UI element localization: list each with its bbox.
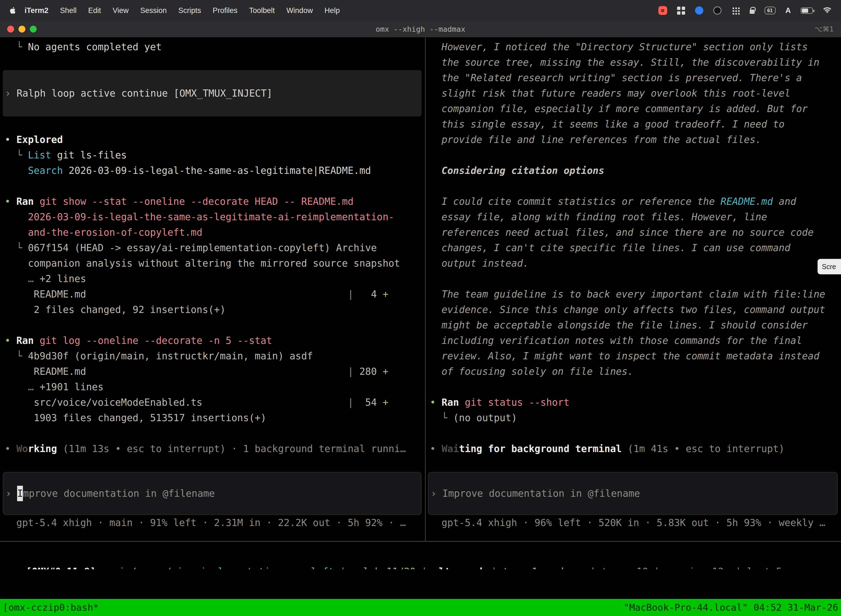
menu-item-edit[interactable]: Edit bbox=[82, 6, 107, 15]
text-segment: README.md bbox=[5, 366, 86, 377]
text-segment: 4 bbox=[353, 289, 382, 300]
text-segment: List bbox=[28, 150, 51, 161]
blank-line bbox=[5, 55, 425, 70]
dots-grid-icon[interactable] bbox=[731, 6, 740, 15]
text-segment: including verification notes with those … bbox=[430, 335, 802, 346]
text-segment: companion file, especially if more comme… bbox=[430, 103, 808, 114]
text-segment: • bbox=[5, 196, 16, 207]
text-segment: Wo bbox=[16, 443, 28, 454]
terminal-line: … +2 lines bbox=[5, 271, 425, 286]
menu-item-session[interactable]: Session bbox=[134, 6, 173, 15]
terminal-line: references need actual files, and since … bbox=[430, 224, 841, 240]
text-segment: Wai bbox=[441, 443, 459, 454]
blank-line bbox=[5, 116, 425, 132]
text-segment: of focusing solely on file lines. bbox=[430, 366, 633, 377]
traffic-lights bbox=[0, 26, 37, 32]
text-segment bbox=[5, 227, 28, 238]
terminal-line: Search 2026-03-09-is-legal-the-same-as-l… bbox=[5, 163, 425, 178]
ran-git-status: • Ran git status --short bbox=[430, 395, 841, 410]
text-segment: However, I noticed the "Directory Struct… bbox=[430, 41, 808, 53]
text-segment: The team guideline is to back every impo… bbox=[430, 289, 825, 300]
terminal-line: └ List git ls-files bbox=[5, 147, 425, 163]
text-segment: › bbox=[6, 486, 17, 501]
menu-item-profiles[interactable]: Profiles bbox=[207, 6, 243, 15]
prompt-input[interactable]: › Improve documentation in @filename bbox=[3, 472, 422, 515]
text-segment: | bbox=[730, 566, 747, 569]
terminal-line: 1903 files changed, 513517 insertions(+) bbox=[5, 410, 425, 425]
text-segment: | bbox=[348, 366, 353, 377]
text-segment bbox=[86, 366, 348, 377]
text-segment: git log --oneline --decorate -n 5 --stat bbox=[40, 335, 272, 346]
terminal-line: README.md | 280 + bbox=[5, 364, 425, 379]
text-segment: mprove documentation in @filename bbox=[23, 486, 215, 501]
text-segment: (1m 41s • esc to interrupt) bbox=[622, 443, 784, 454]
text-segment: review. Also, I might want to inspect th… bbox=[430, 351, 819, 362]
window-title-bar[interactable]: omx --xhigh --madmax ⌥⌘1 bbox=[0, 21, 841, 38]
omx-status-bar: [OMX#0.11.9] cczip/essay/ai-reimplementa… bbox=[0, 542, 841, 569]
menu-item-view[interactable]: View bbox=[107, 6, 134, 15]
thinking-heading: Considering citation options bbox=[430, 163, 841, 178]
text-segment: +1901 lines bbox=[40, 381, 104, 392]
text-segment: 1903 files changed, 513517 insertions(+) bbox=[5, 412, 266, 423]
menu-items: iTerm2ShellEditViewSessionScriptsProfile… bbox=[19, 6, 346, 15]
screen-recording-indicator-icon[interactable] bbox=[658, 6, 667, 15]
terminal-line: might be acceptable alongside the file l… bbox=[430, 317, 841, 333]
text-segment: | bbox=[485, 566, 503, 569]
lock-icon[interactable] bbox=[750, 10, 755, 14]
menu-item-help[interactable]: Help bbox=[319, 6, 346, 15]
menubar-status-icons: 61 A bbox=[658, 6, 835, 15]
ran-git-show: • Ran git show --stat --oneline --decora… bbox=[5, 194, 425, 209]
text-segment bbox=[202, 397, 348, 408]
text-segment: might be acceptable alongside the file l… bbox=[430, 320, 808, 331]
text-segment: └ bbox=[5, 351, 28, 362]
text-segment: gpt-5.4 xhigh · 96% left · 520K in · 5.8… bbox=[430, 517, 825, 528]
apple-menu-icon[interactable] bbox=[9, 7, 16, 14]
text-segment: | bbox=[648, 566, 665, 569]
menu-item-shell[interactable]: Shell bbox=[54, 6, 82, 15]
menu-item-window[interactable]: Window bbox=[281, 6, 319, 15]
text-segment: session:12m bbox=[665, 566, 730, 569]
wifi-icon[interactable] bbox=[823, 7, 832, 14]
terminal-line: evidence. Since this change only affects… bbox=[430, 302, 841, 317]
text-segment: Ran bbox=[441, 397, 459, 408]
minimize-button[interactable] bbox=[19, 26, 25, 32]
battery-icon[interactable] bbox=[801, 7, 813, 14]
blank-line bbox=[5, 456, 425, 472]
blue-app-icon[interactable] bbox=[695, 6, 703, 15]
terminal-line: I could cite commit statistics or refere… bbox=[430, 194, 841, 209]
text-segment: 54 bbox=[353, 397, 382, 408]
text-segment: └ bbox=[5, 41, 28, 53]
disc-app-icon[interactable] bbox=[713, 6, 722, 15]
text-segment: + bbox=[383, 366, 388, 377]
text-segment: changes, I can't cite specific file line… bbox=[430, 242, 790, 253]
text-segment: + bbox=[383, 397, 388, 408]
text-segment: • bbox=[5, 443, 16, 454]
text-segment: evidence. Since this change only affects… bbox=[430, 304, 825, 315]
prompt-input[interactable]: › Improve documentation in @filename bbox=[428, 472, 838, 515]
input-source-icon[interactable]: A bbox=[785, 6, 791, 15]
text-segment: … bbox=[5, 273, 40, 284]
text-segment: team:1 workers bbox=[503, 566, 584, 569]
zoom-button[interactable] bbox=[30, 26, 37, 32]
text-segment: turns:10 bbox=[602, 566, 648, 569]
terminal-line: companion file, especially if more comme… bbox=[430, 101, 841, 116]
terminal-line: and-the-erosion-of-copyleft.md bbox=[5, 224, 425, 240]
text-segment: › bbox=[431, 486, 442, 501]
screen-share-popover[interactable]: Scre bbox=[818, 259, 841, 274]
close-button[interactable] bbox=[7, 26, 14, 32]
text-segment: 280 bbox=[353, 366, 382, 377]
text-segment: Improve documentation in @filename bbox=[442, 486, 640, 501]
text-segment: ultrawork bbox=[433, 566, 485, 569]
menu-item-toolbelt[interactable]: Toolbelt bbox=[243, 6, 281, 15]
terminal-line: companion analysis without altering the … bbox=[5, 255, 425, 271]
blank-line bbox=[430, 147, 841, 163]
menu-item-scripts[interactable]: Scripts bbox=[173, 6, 207, 15]
text-segment: companion analysis without altering the … bbox=[5, 258, 400, 269]
text-segment bbox=[86, 289, 348, 300]
tmux-status-bar: [omx-cczip0:bash* "MacBook-Pro-44.local"… bbox=[0, 599, 841, 616]
text-segment: gpt-5.4 xhigh · main · 91% left · 2.31M … bbox=[5, 517, 406, 528]
menu-item-iterm2[interactable]: iTerm2 bbox=[19, 6, 54, 15]
battery-percent-badge[interactable]: 61 bbox=[765, 7, 776, 14]
text-segment: this single essay, it seems like a good … bbox=[430, 119, 784, 130]
window-tiling-icon[interactable] bbox=[677, 7, 685, 15]
